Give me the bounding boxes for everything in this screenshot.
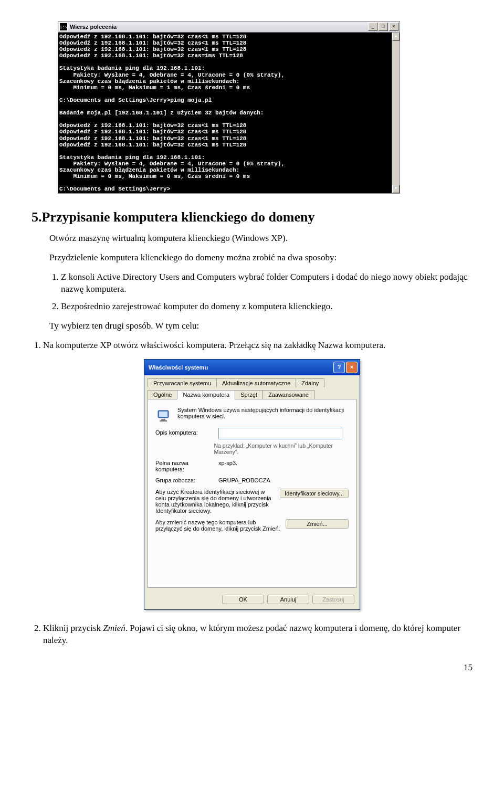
tab-general[interactable]: Ogólne bbox=[148, 390, 177, 399]
minimize-button[interactable]: _ bbox=[368, 23, 377, 31]
apply-button[interactable]: Zastosuj bbox=[312, 595, 354, 604]
dialog-titlebar[interactable]: Właściwości systemu ? × bbox=[144, 360, 360, 375]
scroll-down-button[interactable]: ▼ bbox=[392, 185, 400, 193]
list-item: Z konsoli Active Directory Users and Com… bbox=[61, 271, 472, 296]
svg-rect-3 bbox=[160, 420, 167, 421]
text: Kliknij przycisk bbox=[43, 623, 103, 633]
page-number: 15 bbox=[32, 662, 472, 673]
tab-auto-updates[interactable]: Aktualizacje automatyczne bbox=[216, 378, 296, 387]
change-text: Aby zmienić nazwę tego komputera lub prz… bbox=[155, 519, 286, 532]
cmd-window: C:\ Wiersz polecenia _ □ × Odpowiedź z 1… bbox=[58, 21, 400, 194]
tab-advanced[interactable]: Zaawansowane bbox=[262, 390, 314, 399]
computer-icon bbox=[155, 407, 173, 425]
emphasis: Zmień bbox=[103, 623, 125, 633]
full-name-label: Pełna nazwa komputera: bbox=[155, 458, 218, 472]
tab-panel: System Windows używa następujących infor… bbox=[148, 399, 356, 588]
computer-description-label: Opis komputera: bbox=[155, 428, 218, 436]
list-item: Na komputerze XP otwórz właściwości komp… bbox=[43, 340, 472, 352]
paragraph: Przydzielenie komputera klienckiego do d… bbox=[49, 252, 472, 264]
full-name-value: xp-sp3. bbox=[218, 458, 237, 466]
tab-remote[interactable]: Zdalny bbox=[296, 378, 324, 387]
tab-system-restore[interactable]: Przywracanie systemu bbox=[148, 378, 217, 387]
scroll-up-button[interactable]: ▲ bbox=[392, 33, 400, 41]
dialog-title: Właściwości systemu bbox=[149, 364, 332, 371]
cmd-titlebar[interactable]: C:\ Wiersz polecenia _ □ × bbox=[58, 22, 400, 33]
cancel-button[interactable]: Anuluj bbox=[267, 595, 309, 604]
cmd-scrollbar[interactable]: ▲▼ bbox=[392, 33, 400, 193]
close-button[interactable]: × bbox=[346, 362, 358, 373]
help-button[interactable]: ? bbox=[333, 362, 345, 373]
cmd-icon-text: C:\ bbox=[60, 25, 67, 29]
cmd-output: Odpowiedź z 192.168.1.101: bajtów=32 cza… bbox=[58, 33, 400, 193]
paragraph: Otwórz maszynę wirtualną komputera klien… bbox=[49, 233, 472, 245]
computer-description-input[interactable] bbox=[218, 428, 342, 439]
tab-computer-name[interactable]: Nazwa komputera bbox=[177, 390, 235, 399]
list-item: Bezpośrednio zarejestrować komputer do d… bbox=[61, 301, 472, 313]
svg-rect-2 bbox=[161, 419, 165, 420]
dialog-description: System Windows używa następujących infor… bbox=[177, 407, 349, 419]
svg-rect-1 bbox=[159, 412, 167, 417]
system-properties-dialog: Właściwości systemu ? × Przywracanie sys… bbox=[144, 359, 360, 610]
close-button[interactable]: × bbox=[389, 23, 398, 31]
computer-description-hint: Na przykład: „Komputer w kuchni” lub „Ko… bbox=[214, 442, 349, 455]
section-heading: 5.Przypisanie komputera klienckiego do d… bbox=[32, 209, 472, 225]
ok-button[interactable]: OK bbox=[222, 595, 264, 604]
tab-hardware[interactable]: Sprzęt bbox=[235, 390, 263, 399]
workgroup-value: GRUPA_ROBOCZA bbox=[218, 476, 270, 483]
list-item: Kliknij przycisk Zmień. Pojawi ci się ok… bbox=[43, 623, 472, 647]
network-id-button[interactable]: Identyfikator sieciowy... bbox=[280, 489, 349, 498]
maximize-button[interactable]: □ bbox=[379, 23, 388, 31]
change-button[interactable]: Zmień... bbox=[286, 519, 349, 529]
network-id-text: Aby użyć Kreatora identyfikacji sieciowe… bbox=[155, 489, 280, 514]
cmd-title: Wiersz polecenia bbox=[70, 24, 368, 30]
workgroup-label: Grupa robocza: bbox=[155, 476, 218, 483]
paragraph: Ty wybierz ten drugi sposób. W tym celu: bbox=[49, 320, 472, 332]
cmd-icon: C:\ bbox=[59, 23, 68, 31]
